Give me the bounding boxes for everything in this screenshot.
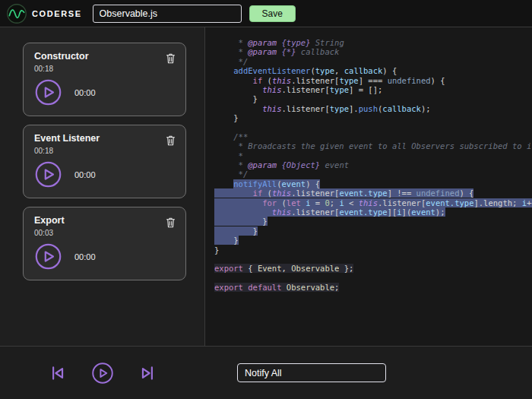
clip-play-button[interactable] bbox=[34, 242, 62, 271]
app-root: CODERSE Save Constructor 00:18 bbox=[0, 0, 532, 399]
code-line: this.listener[type].push(callback); bbox=[214, 104, 532, 113]
code-line: * bbox=[214, 151, 532, 160]
code-line: addEventListener(type, callback) { bbox=[214, 66, 532, 75]
filename-input[interactable] bbox=[93, 5, 242, 23]
clip-title: Event Listener bbox=[34, 133, 100, 144]
code-line: * @param {Object} event bbox=[214, 160, 532, 169]
clip-name-input[interactable] bbox=[237, 363, 386, 382]
code-editor[interactable]: * @param {type} String * @param {*} call… bbox=[205, 27, 532, 346]
player-bar bbox=[0, 346, 532, 399]
code-line: * @param {type} String bbox=[214, 38, 532, 47]
coderse-logo-icon bbox=[6, 3, 27, 24]
clip-card[interactable]: Event Listener 00:18 00:00 bbox=[23, 125, 186, 198]
code-line: this.listener[event.type][i](event); bbox=[214, 207, 532, 217]
clip-duration: 00:18 bbox=[34, 147, 100, 155]
clips-sidebar: Constructor 00:18 00:00 bbox=[0, 27, 205, 346]
delete-clip-button[interactable] bbox=[165, 52, 176, 65]
code-line: */ bbox=[214, 169, 532, 179]
code-line: if (this.listener[event.type] !== undefi… bbox=[214, 188, 532, 198]
code-line: this.listener[type] = []; bbox=[214, 85, 532, 94]
clip-elapsed-time: 00:00 bbox=[74, 170, 96, 179]
code-line: /** bbox=[214, 132, 532, 141]
clip-play-row: 00:00 bbox=[34, 78, 176, 106]
clip-play-button[interactable] bbox=[34, 78, 62, 106]
brand-name: CODERSE bbox=[32, 9, 82, 18]
code-line bbox=[214, 123, 532, 132]
clip-card-header: Constructor 00:18 bbox=[34, 51, 176, 73]
note-area bbox=[205, 363, 532, 382]
code-line: */ bbox=[214, 57, 532, 66]
clip-duration: 00:18 bbox=[34, 65, 89, 73]
clip-elapsed-time: 00:00 bbox=[74, 252, 96, 261]
code-line: * Broadcasts the given event to all Obse… bbox=[214, 141, 532, 150]
code-line: } bbox=[214, 245, 532, 255]
code-line bbox=[214, 274, 532, 283]
code-line: } bbox=[214, 236, 532, 245]
clip-card-header: Export 00:03 bbox=[34, 215, 176, 237]
save-button[interactable]: Save bbox=[249, 5, 296, 22]
code-line bbox=[214, 255, 532, 264]
code-line: } bbox=[214, 226, 532, 236]
code-line: if (this.listener[type] === undefined) { bbox=[214, 76, 532, 85]
skip-back-button[interactable] bbox=[47, 363, 67, 383]
code-line: } bbox=[214, 217, 532, 226]
code-line: } bbox=[214, 113, 532, 122]
clip-play-button[interactable] bbox=[34, 160, 62, 188]
delete-clip-button[interactable] bbox=[165, 134, 176, 147]
clip-elapsed-time: 00:00 bbox=[74, 88, 96, 97]
code-line: export default Observable; bbox=[214, 283, 532, 292]
main-content: Constructor 00:18 00:00 bbox=[0, 27, 532, 346]
clip-duration: 00:03 bbox=[34, 229, 65, 237]
clip-play-row: 00:00 bbox=[34, 242, 176, 271]
code-line: notifyAll(event) { bbox=[214, 179, 532, 188]
skip-forward-button[interactable] bbox=[138, 363, 158, 383]
code-line: export { Event, Observable }; bbox=[214, 264, 532, 273]
clips-list: Constructor 00:18 00:00 bbox=[23, 43, 186, 280]
delete-clip-button[interactable] bbox=[165, 216, 176, 229]
code-lines: * @param {type} String * @param {*} call… bbox=[214, 38, 532, 293]
play-button[interactable] bbox=[91, 362, 114, 385]
clip-card[interactable]: Constructor 00:18 00:00 bbox=[23, 43, 186, 116]
clip-card-header: Event Listener 00:18 bbox=[34, 133, 176, 155]
transport-controls bbox=[0, 362, 205, 385]
top-bar: CODERSE Save bbox=[0, 0, 532, 27]
code-line: for (let i = 0; i < this.listener[event.… bbox=[214, 198, 532, 207]
code-line: * @param {*} callback bbox=[214, 47, 532, 56]
code-line: } bbox=[214, 94, 532, 103]
clip-card[interactable]: Export 00:03 00:00 bbox=[23, 207, 186, 280]
clip-play-row: 00:00 bbox=[34, 160, 176, 188]
clip-title: Export bbox=[34, 215, 65, 226]
clip-title: Constructor bbox=[34, 51, 89, 62]
